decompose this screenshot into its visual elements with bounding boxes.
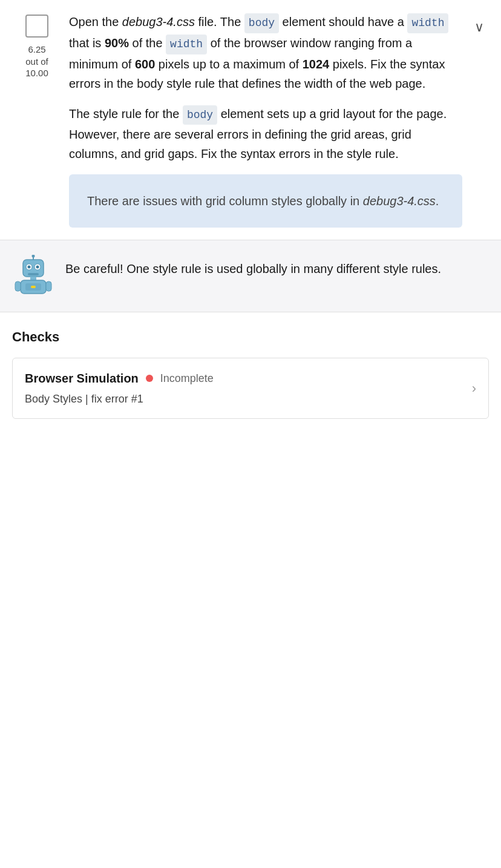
svg-point-3 (28, 266, 31, 269)
bold-600: 600 (135, 58, 155, 71)
text-that-is: that is (69, 36, 105, 50)
code-width-2: width (166, 35, 207, 54)
svg-rect-11 (31, 286, 36, 288)
text-style-rule: The style rule for the (69, 107, 183, 120)
text-open: Open the (69, 15, 122, 28)
svg-rect-12 (15, 281, 21, 291)
checks-section: Checks Browser Simulation Incomplete Bod… (0, 312, 501, 419)
check-subtitle: Body Styles | fix error #1 (25, 391, 214, 407)
bold-1024: 1024 (303, 58, 330, 71)
status-dot-icon (146, 375, 153, 382)
score-total: 10.00 (25, 68, 48, 78)
bot-section: Be careful! One style rule is used globa… (0, 240, 501, 312)
score-value: 6.25 (28, 44, 45, 54)
left-col: 6.25 out of 10.00 (10, 12, 64, 79)
bot-avatar (12, 255, 54, 297)
bold-90: 90% (105, 36, 129, 50)
code-body-1: body (244, 13, 279, 33)
svg-rect-7 (28, 273, 39, 275)
chevron-right-icon: › (472, 378, 476, 398)
page-container: 6.25 out of 10.00 Open the debug3-4.css … (0, 0, 501, 868)
info-text-part2: . (436, 194, 439, 208)
check-title-row: Browser Simulation Incomplete (25, 369, 214, 387)
chevron-down-icon: ∨ (474, 17, 484, 37)
question-paragraph-1: Open the debug3-4.css file. The body ele… (69, 12, 462, 93)
robot-icon (12, 255, 54, 297)
chevron-col[interactable]: ∨ (467, 12, 491, 37)
filename-1: debug3-4.css (122, 15, 195, 28)
question-checkbox[interactable] (25, 15, 48, 38)
question-paragraph-2: The style rule for the body element sets… (69, 104, 462, 164)
check-item-browser-sim[interactable]: Browser Simulation Incomplete Body Style… (12, 358, 489, 419)
info-filename: debug3-4.css (363, 194, 436, 208)
text-of-the: of the (129, 36, 166, 50)
text-file: file. The (195, 15, 244, 28)
svg-rect-13 (46, 281, 51, 291)
score-display: 6.25 out of 10.00 (25, 44, 48, 79)
question-content: Open the debug3-4.css file. The body ele… (64, 12, 467, 228)
checks-title: Checks (12, 327, 489, 347)
check-item-left: Browser Simulation Incomplete Body Style… (25, 369, 214, 407)
check-item-title: Browser Simulation (25, 369, 139, 387)
status-label: Incomplete (160, 370, 214, 387)
question-row: 6.25 out of 10.00 Open the debug3-4.css … (0, 0, 501, 240)
code-width-1: width (407, 13, 448, 33)
svg-point-4 (36, 266, 39, 269)
score-out-label: out of (25, 56, 48, 67)
code-body-2: body (183, 105, 217, 125)
info-box-text: There are issues with grid column styles… (87, 191, 444, 211)
info-box: There are issues with grid column styles… (69, 174, 462, 228)
text-up-to: pixels up to a maximum of (155, 58, 302, 71)
bot-hint-text: Be careful! One style rule is used globa… (65, 255, 441, 278)
info-text-part1: There are issues with grid column styles… (87, 194, 363, 208)
text-should: element should have a (279, 15, 407, 28)
svg-rect-8 (30, 277, 36, 280)
svg-point-6 (32, 255, 35, 258)
